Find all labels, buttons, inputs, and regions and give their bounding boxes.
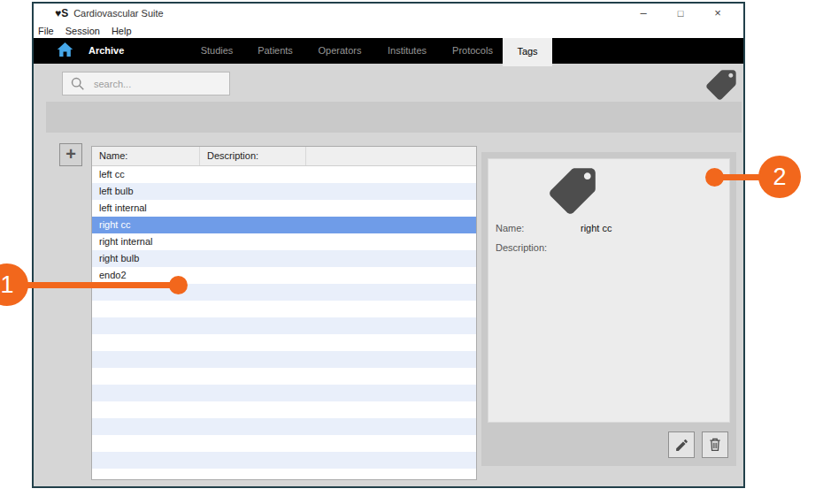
table-row-empty[interactable] xyxy=(92,334,476,351)
minimize-icon[interactable]: – xyxy=(625,4,662,23)
menu-bar: File Session Help xyxy=(34,23,743,38)
add-tag-button[interactable]: + xyxy=(59,143,82,166)
cell-extra xyxy=(306,301,476,317)
cell-extra xyxy=(306,250,476,267)
cell-name: left cc xyxy=(92,166,200,183)
cell-description xyxy=(200,301,306,317)
cell-name: right internal xyxy=(92,233,200,250)
tab-operators[interactable]: Operators xyxy=(319,38,362,64)
window-title: Cardiovascular Suite xyxy=(73,8,164,19)
cell-description xyxy=(200,183,306,200)
cell-extra xyxy=(306,469,476,480)
table-row[interactable]: left bulb xyxy=(92,183,476,200)
table-body: left cc left bulb left internal right cc… xyxy=(92,166,476,480)
table-row-empty[interactable] xyxy=(92,351,476,368)
cell-name xyxy=(92,301,200,317)
cell-description xyxy=(200,284,306,301)
cell-extra xyxy=(306,385,476,401)
toolbar-strip xyxy=(46,102,742,133)
cell-description xyxy=(200,351,306,368)
cell-description xyxy=(200,166,306,183)
cell-description xyxy=(200,317,306,334)
table-row[interactable]: left internal xyxy=(92,200,476,217)
app-window: ♥S Cardiovascular Suite – □ × File Sessi… xyxy=(32,2,745,488)
table-header: Name: Description: xyxy=(92,147,476,166)
tag-icon xyxy=(704,67,739,103)
cell-description xyxy=(200,469,306,480)
search-box[interactable] xyxy=(62,72,230,95)
search-input[interactable] xyxy=(92,78,219,90)
cell-extra xyxy=(306,334,476,351)
table-row-empty[interactable] xyxy=(92,418,476,435)
trash-icon xyxy=(707,437,723,453)
home-button[interactable] xyxy=(54,40,76,62)
cell-extra xyxy=(306,200,476,217)
cell-description xyxy=(200,233,306,250)
table-row-empty[interactable] xyxy=(92,469,476,480)
nav-bar: Archive Studies Patients Operators Insti… xyxy=(34,38,743,64)
cell-description xyxy=(200,401,306,418)
column-header-name: Name: xyxy=(92,147,200,165)
delete-tag-button[interactable] xyxy=(702,431,728,458)
cell-extra xyxy=(306,435,476,452)
cell-extra xyxy=(306,452,476,469)
column-header-extra xyxy=(306,147,476,165)
detail-panel-container: Name: right cc Description: xyxy=(481,152,736,466)
table-row-empty[interactable] xyxy=(92,435,476,452)
table-row-empty[interactable] xyxy=(92,368,476,385)
table-row[interactable]: right bulb xyxy=(92,250,476,267)
table-row-empty[interactable] xyxy=(92,317,476,334)
cell-description xyxy=(200,385,306,401)
cell-description xyxy=(200,435,306,452)
heart-icon: ♥ xyxy=(55,8,61,19)
callout-1-dot xyxy=(169,276,188,294)
cell-name xyxy=(92,469,200,480)
tab-studies[interactable]: Studies xyxy=(201,38,234,64)
edit-tag-button[interactable] xyxy=(668,431,695,458)
cell-extra xyxy=(306,317,476,334)
cell-description xyxy=(200,200,306,217)
cell-extra xyxy=(306,351,476,368)
tab-tags-active[interactable]: Tags xyxy=(503,38,552,66)
tags-table: Name: Description: left cc left bulb lef… xyxy=(91,146,477,480)
cell-extra xyxy=(306,267,476,284)
table-row-empty[interactable] xyxy=(92,385,476,401)
tab-institutes[interactable]: Institutes xyxy=(388,38,427,64)
home-icon xyxy=(57,42,73,61)
table-row[interactable]: right internal xyxy=(92,233,476,250)
cell-description xyxy=(200,452,306,469)
plus-icon: + xyxy=(65,145,76,163)
title-bar: ♥S Cardiovascular Suite – □ × xyxy=(34,4,743,23)
cell-extra xyxy=(306,418,476,435)
cell-name: right bulb xyxy=(92,250,200,267)
tab-protocols[interactable]: Protocols xyxy=(452,38,493,64)
menu-file[interactable]: File xyxy=(38,26,54,36)
app-logo-icon: ♥S xyxy=(55,8,68,19)
window-controls: – □ × xyxy=(625,4,736,23)
cell-name xyxy=(92,385,200,401)
cell-name xyxy=(92,401,200,418)
cell-name xyxy=(92,351,200,368)
menu-help[interactable]: Help xyxy=(112,26,132,36)
cell-extra xyxy=(306,368,476,385)
table-row-empty[interactable] xyxy=(92,452,476,469)
maximize-icon[interactable]: □ xyxy=(662,4,699,23)
cell-description xyxy=(200,250,306,267)
table-row-empty[interactable] xyxy=(92,401,476,418)
cell-extra xyxy=(306,401,476,418)
table-row[interactable]: right cc xyxy=(92,217,476,233)
cell-extra xyxy=(306,233,476,250)
callout-2-badge: 2 xyxy=(758,156,801,198)
table-row-empty[interactable] xyxy=(92,301,476,317)
tag-icon xyxy=(545,164,600,218)
tab-patients[interactable]: Patients xyxy=(258,38,293,64)
close-icon[interactable]: × xyxy=(699,4,736,23)
cell-extra xyxy=(306,284,476,301)
cell-description xyxy=(200,334,306,351)
callout-1-badge: 1 xyxy=(0,263,28,306)
tag-detail-panel: Name: right cc Description: xyxy=(488,158,730,423)
table-row[interactable]: left cc xyxy=(92,166,476,183)
cell-description xyxy=(200,267,306,284)
menu-session[interactable]: Session xyxy=(65,26,100,36)
section-title-archive: Archive xyxy=(88,38,124,64)
